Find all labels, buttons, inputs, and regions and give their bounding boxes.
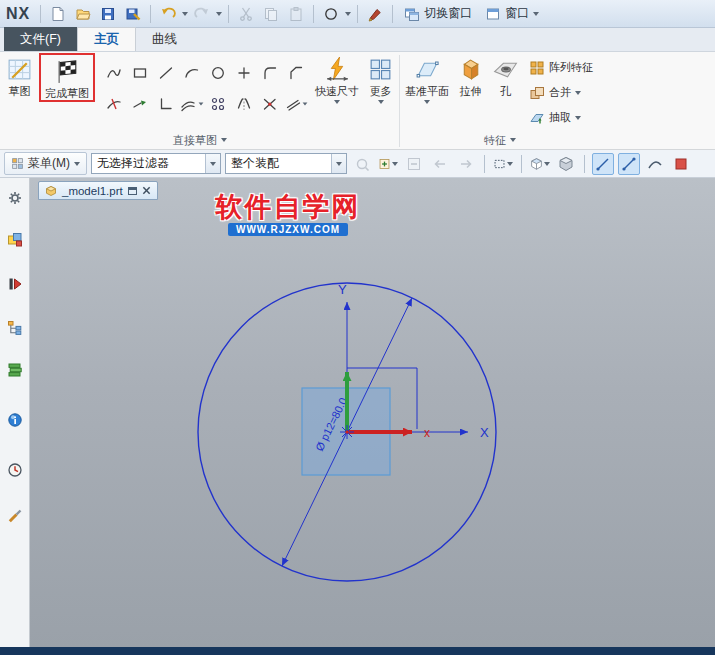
close-tab-icon[interactable] [142,186,151,195]
datum-plane-caret[interactable] [424,100,430,104]
document-tab[interactable]: _model1.prt [38,181,158,200]
mirror-curve-tool[interactable] [231,88,257,119]
deselect-button[interactable] [403,153,425,175]
separator [484,155,485,173]
assembly-navigator-button[interactable] [3,228,27,252]
pattern-curve-tool[interactable] [205,88,231,119]
save-as-button[interactable] [122,3,144,25]
pattern-feature-button[interactable]: 阵列特征 [523,55,599,80]
undo-button[interactable] [157,3,179,25]
select-previous-button[interactable] [429,153,451,175]
switch-window-button[interactable]: 切换窗口 [399,4,477,23]
unite-button[interactable]: 合并 [523,80,599,105]
assembly-navigator-icon [7,232,23,248]
sketch-canvas[interactable]: Ø p12=80.0 Y X x [30,178,715,647]
datum-plane-button[interactable]: 基准平面 [401,53,453,104]
snap-curve-toggle[interactable] [644,153,666,175]
window-menu-button[interactable]: 窗口 [480,4,544,23]
snap-endpoint-toggle[interactable] [618,153,640,175]
rapid-dimension-caret[interactable] [334,100,340,104]
selection-filter-dropdown[interactable]: 无选择过滤器 [91,153,221,174]
finish-sketch-button[interactable]: 完成草图 [41,55,93,100]
highlight-related-button[interactable] [351,153,373,175]
extract-icon [529,110,545,126]
fillet-tool[interactable] [257,57,283,88]
circle-tool-button[interactable] [320,3,342,25]
marquee-caret[interactable] [507,162,513,166]
point-tool[interactable] [231,57,257,88]
new-file-button[interactable] [47,3,69,25]
graphics-viewport[interactable]: Ø p12=80.0 Y X x [30,178,715,647]
selection-scope-dropdown[interactable]: 整个装配 [225,153,347,174]
constraint-navigator-button[interactable] [3,272,27,296]
tab-home[interactable]: 主页 [77,27,136,51]
circle-tool-caret[interactable] [345,12,351,16]
hd3d-tool-button[interactable] [3,408,27,432]
snap-curve-icon [647,156,663,172]
paste-button[interactable] [285,3,307,25]
snap-edge-toggle[interactable] [670,153,692,175]
chamfer-icon [288,65,304,81]
open-file-button[interactable] [72,3,94,25]
separator [150,5,151,23]
extract-caret[interactable] [575,116,581,120]
quick-extend-icon [132,96,148,112]
save-button[interactable] [97,3,119,25]
copy-button[interactable] [260,3,282,25]
tools-button[interactable] [3,504,27,528]
intersection-point-tool[interactable] [257,88,283,119]
view-orient-button[interactable] [529,153,551,175]
select-add-button[interactable] [377,153,399,175]
redo-button[interactable] [191,3,213,25]
circle-tool[interactable] [205,57,231,88]
more-caret[interactable] [378,100,384,104]
more-button[interactable]: 更多 [363,53,398,104]
part-navigator-button[interactable] [3,316,27,340]
direct-sketch-group-label[interactable]: 直接草图 [2,132,398,148]
derived-line-caret[interactable] [302,102,307,105]
misc-tool-button[interactable] [364,3,386,25]
extrude-button[interactable]: 拉伸 [453,53,488,98]
selection-scope-caret[interactable] [331,154,346,173]
snap-point-toggle[interactable] [592,153,614,175]
finish-sketch-label: 完成草图 [45,87,89,100]
sketch-button[interactable]: 草图 [2,53,37,98]
separator [392,5,393,23]
offset-curve-caret[interactable] [199,102,204,105]
history-button[interactable] [3,458,27,482]
intersection-point-icon [262,96,278,112]
chamfer-tool[interactable] [283,57,309,88]
profile-tool[interactable] [101,57,127,88]
extract-button[interactable]: 抽取 [523,105,599,130]
render-style-button[interactable] [555,153,577,175]
line-tool[interactable] [153,57,179,88]
rectangle-tool[interactable] [127,57,153,88]
arc-tool[interactable] [179,57,205,88]
restore-window-icon[interactable] [128,187,137,195]
rapid-dimension-icon [324,56,351,83]
unite-caret[interactable] [575,91,581,95]
rapid-dimension-button[interactable]: 快速尺寸 [311,53,363,104]
tab-file[interactable]: 文件(F) [4,27,77,51]
origin-marker[interactable] [340,425,354,439]
undo-dropdown-caret[interactable] [182,12,188,16]
x-axis-red-label: x [424,426,430,440]
selection-filter-caret[interactable] [205,154,220,173]
marquee-select-button[interactable] [492,153,514,175]
menu-button[interactable]: 菜单(M) [4,152,87,175]
feature-group-label[interactable]: 特征 [401,132,599,148]
cut-button[interactable] [235,3,257,25]
tab-curve[interactable]: 曲线 [136,27,193,51]
hole-button[interactable]: 孔 [488,53,523,98]
quick-trim-tool[interactable] [101,88,127,119]
quick-extend-tool[interactable] [127,88,153,119]
derived-line-tool[interactable] [283,88,309,119]
redo-dropdown-caret[interactable] [216,12,222,16]
view-orient-caret[interactable] [544,162,550,166]
reuse-library-button[interactable] [3,358,27,382]
roles-settings-button[interactable] [3,186,27,210]
make-corner-tool[interactable] [153,88,179,119]
select-next-button[interactable] [455,153,477,175]
offset-curve-tool[interactable] [179,88,205,119]
select-add-caret[interactable] [392,162,398,166]
